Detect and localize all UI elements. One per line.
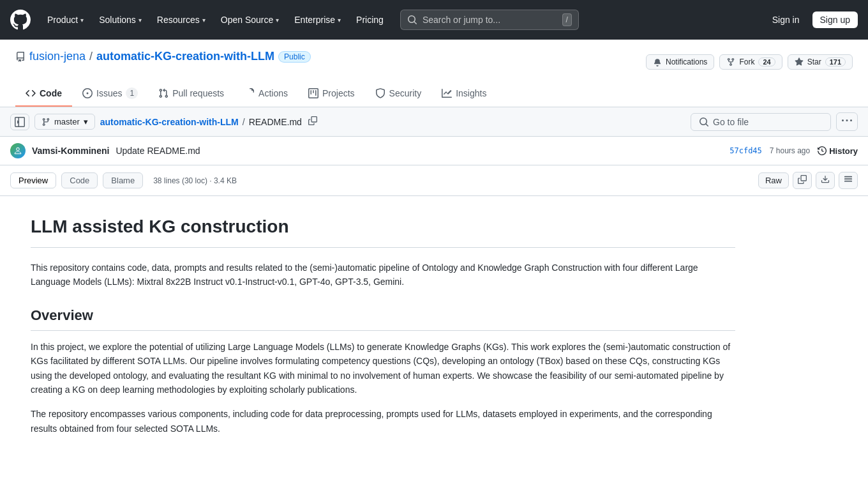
download-button[interactable] bbox=[816, 172, 835, 189]
branch-selector[interactable]: master ▾ bbox=[34, 114, 95, 130]
readme-overview-heading: Overview bbox=[31, 307, 735, 331]
copy-path-button[interactable] bbox=[306, 115, 320, 128]
tab-actions[interactable]: Actions bbox=[234, 81, 298, 107]
go-to-file-input[interactable]: Go to file bbox=[691, 113, 831, 131]
commit-message: Update README.md bbox=[116, 146, 200, 156]
repo-name[interactable]: automatic-KG-creation-with-LLM bbox=[96, 50, 274, 63]
nav-pricing[interactable]: Pricing bbox=[350, 10, 390, 30]
commit-author[interactable]: Vamsi-Kommineni bbox=[32, 146, 109, 156]
sidebar-icon bbox=[15, 117, 25, 127]
repo-icon bbox=[15, 52, 26, 62]
tab-code[interactable]: Code bbox=[15, 81, 72, 107]
tab-projects[interactable]: Projects bbox=[298, 81, 365, 107]
file-toolbar: master ▾ automatic-KG-creation-with-LLM … bbox=[0, 107, 868, 137]
sidebar-toggle-button[interactable] bbox=[10, 114, 29, 130]
chevron-down-icon: ▾ bbox=[276, 17, 279, 24]
search-icon bbox=[407, 15, 417, 25]
github-logo-icon[interactable] bbox=[10, 10, 31, 30]
history-icon bbox=[818, 146, 827, 155]
repo-tabs: Code Issues 1 Pull requests Actions Proj… bbox=[15, 81, 853, 107]
star-button[interactable]: Star 171 bbox=[788, 54, 853, 70]
chevron-down-icon: ▾ bbox=[338, 17, 341, 24]
more-options-button[interactable] bbox=[836, 112, 858, 131]
list-icon bbox=[844, 175, 853, 184]
commit-meta: 57cfd45 7 hours ago History bbox=[730, 146, 858, 156]
chevron-down-icon: ▾ bbox=[84, 117, 88, 126]
file-breadcrumb: automatic-KG-creation-with-LLM / README.… bbox=[100, 115, 685, 128]
raw-button[interactable]: Raw bbox=[758, 172, 789, 188]
file-path-repo-link[interactable]: automatic-KG-creation-with-LLM bbox=[100, 117, 239, 127]
nav-resources[interactable]: Resources ▾ bbox=[151, 10, 212, 30]
tab-insights[interactable]: Insights bbox=[431, 81, 497, 107]
breadcrumb: fusion-jena / automatic-KG-creation-with… bbox=[15, 50, 311, 63]
notifications-button[interactable]: Notifications bbox=[646, 54, 714, 70]
nav-product[interactable]: Product ▾ bbox=[41, 10, 90, 30]
commit-row: Vamsi-Kommineni Update README.md 57cfd45… bbox=[0, 137, 868, 165]
tab-issues[interactable]: Issues 1 bbox=[72, 81, 148, 107]
fork-icon bbox=[726, 57, 735, 66]
history-button[interactable]: History bbox=[818, 146, 858, 156]
file-actions: Preview Code Blame 38 lines (30 loc) · 3… bbox=[0, 165, 868, 196]
preview-button[interactable]: Preview bbox=[10, 172, 56, 188]
copy-raw-button[interactable] bbox=[793, 172, 812, 189]
header-right-actions: Sign in Sign up bbox=[766, 11, 858, 28]
code-icon bbox=[26, 88, 36, 98]
sign-in-button[interactable]: Sign in bbox=[766, 11, 806, 28]
chevron-down-icon: ▾ bbox=[80, 17, 84, 24]
main-nav: Product ▾ Solutions ▾ Resources ▾ Open S… bbox=[41, 10, 390, 30]
tab-pull-requests[interactable]: Pull requests bbox=[148, 81, 234, 107]
repo-owner[interactable]: fusion-jena bbox=[29, 50, 86, 63]
file-info: 38 lines (30 loc) · 3.4 KB bbox=[153, 176, 237, 185]
visibility-badge: Public bbox=[278, 51, 311, 63]
chevron-down-icon: ▾ bbox=[202, 17, 206, 24]
security-icon bbox=[375, 88, 385, 98]
readme-title: LLM assisted KG construction bbox=[31, 217, 735, 248]
issue-icon bbox=[82, 88, 93, 98]
actions-icon bbox=[244, 88, 255, 98]
branch-icon bbox=[41, 118, 50, 126]
fork-button[interactable]: Fork 24 bbox=[719, 54, 782, 70]
avatar bbox=[10, 143, 26, 158]
copy-icon bbox=[308, 116, 317, 125]
repo-actions: Notifications Fork 24 Star 171 bbox=[646, 54, 853, 70]
blame-button[interactable]: Blame bbox=[103, 172, 143, 188]
sign-up-button[interactable]: Sign up bbox=[812, 11, 858, 28]
readme-overview-p1: In this project, we explore the potentia… bbox=[31, 340, 735, 397]
pr-icon bbox=[158, 88, 168, 98]
breadcrumb-separator: / bbox=[89, 50, 93, 63]
readme-content: LLM assisted KG construction This reposi… bbox=[0, 196, 766, 477]
file-path-separator: / bbox=[243, 117, 245, 127]
code-view-button[interactable]: Code bbox=[61, 172, 98, 188]
repo-header: fusion-jena / automatic-KG-creation-with… bbox=[0, 40, 868, 107]
search-bar[interactable]: Search or jump to... / bbox=[400, 10, 579, 30]
commit-sha[interactable]: 57cfd45 bbox=[730, 146, 762, 155]
user-icon bbox=[13, 146, 22, 155]
nav-enterprise[interactable]: Enterprise ▾ bbox=[288, 10, 347, 30]
file-path-filename: README.md bbox=[249, 117, 302, 127]
nav-open-source[interactable]: Open Source ▾ bbox=[214, 10, 286, 30]
readme-overview-p2: The repository encompasses various compo… bbox=[31, 407, 735, 436]
projects-icon bbox=[308, 88, 318, 98]
search-icon bbox=[699, 117, 709, 127]
tab-security[interactable]: Security bbox=[365, 81, 432, 107]
chevron-down-icon: ▾ bbox=[138, 17, 142, 24]
file-raw-actions: Raw bbox=[758, 172, 858, 189]
list-view-button[interactable] bbox=[839, 172, 858, 189]
ellipsis-icon bbox=[842, 116, 852, 126]
insights-icon bbox=[442, 88, 452, 98]
star-icon bbox=[795, 57, 804, 66]
commit-time: 7 hours ago bbox=[770, 146, 810, 155]
download-icon bbox=[821, 175, 830, 184]
copy-icon bbox=[798, 175, 807, 184]
main-header: Product ▾ Solutions ▾ Resources ▾ Open S… bbox=[0, 0, 868, 40]
bell-icon bbox=[653, 57, 662, 66]
readme-intro: This repository contains code, data, pro… bbox=[31, 261, 735, 289]
nav-solutions[interactable]: Solutions ▾ bbox=[93, 10, 148, 30]
